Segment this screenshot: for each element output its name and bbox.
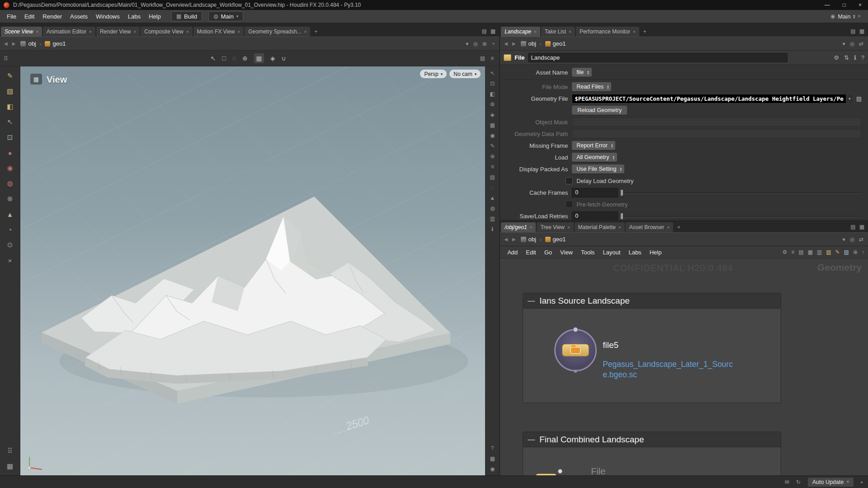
io-icon[interactable]: ⇄ (859, 41, 863, 47)
terrain-tool-icon[interactable]: ▲ (4, 208, 16, 220)
tab-close-icon[interactable]: × (530, 225, 533, 230)
path-dropdown-icon[interactable]: ▾ (842, 41, 845, 47)
net-menu-edit[interactable]: Edit (522, 249, 539, 256)
menu-assets[interactable]: Assets (66, 13, 92, 20)
clear-tool-icon[interactable]: × (4, 254, 16, 266)
network-box-title[interactable]: Ians Source Landscape (539, 296, 630, 306)
collapse-box-icon[interactable]: — (528, 436, 535, 443)
forward-icon[interactable]: ▶ (511, 42, 517, 46)
grid-snap-icon[interactable]: ▦ (254, 53, 264, 63)
pane-layout-icon[interactable]: ▦ (859, 28, 864, 34)
geometry-file-input[interactable]: $PEGASUSPROJECT/SourceContent/Pegasus/La… (572, 94, 846, 103)
network-box-title[interactable]: Final Combined Landscape (539, 435, 644, 445)
menu-file[interactable]: File (3, 13, 20, 20)
tab-close-icon[interactable]: × (133, 29, 136, 34)
point-snap-icon[interactable]: ◈ (270, 53, 275, 63)
lock-handle-tool-icon[interactable]: ⊡ (4, 131, 16, 143)
spin-down-icon[interactable]: ▾ (611, 145, 613, 148)
radial-spin-down-icon[interactable]: ▾ (853, 16, 855, 19)
io-icon[interactable]: ⇄ (859, 237, 863, 242)
layout-grid-tool-icon[interactable]: ▦ (4, 460, 16, 472)
menu-labs[interactable]: Labs (124, 13, 145, 20)
node-input-connector[interactable] (573, 327, 578, 332)
net-color-palette-icon[interactable]: ▧ (826, 249, 831, 255)
tab-asset-browser[interactable]: Asset Browser × (626, 222, 673, 232)
tab-composite-view[interactable]: Composite View × (141, 27, 192, 37)
pane-split-icon[interactable]: ▤ (850, 28, 855, 34)
view-info-icon[interactable]: ℹ (491, 226, 494, 232)
pane-layout-icon[interactable]: ▦ (491, 28, 495, 34)
slider-handle[interactable] (621, 190, 623, 196)
pane-layout-icon[interactable]: ▦ (859, 224, 864, 230)
net-menu-tools[interactable]: Tools (577, 249, 598, 256)
spin-down-icon[interactable]: ▾ (587, 72, 589, 75)
file5-node[interactable] (554, 329, 597, 371)
reload-geometry-button[interactable]: Reload Geometry (572, 106, 627, 115)
net-list-view-icon[interactable]: ▤ (798, 249, 803, 255)
close-button[interactable]: × (859, 2, 862, 8)
view-select-icon[interactable]: ↖ (490, 70, 495, 76)
wireframe-toggle-icon[interactable]: ▥ (490, 216, 495, 222)
camera-button[interactable]: No cam ▾ (449, 70, 481, 78)
constraint-tool-icon[interactable]: ⊙ (4, 239, 16, 251)
mirror-tool-icon[interactable]: ⊗ (4, 193, 16, 205)
tab-close-icon[interactable]: × (186, 29, 189, 34)
toolbar-menu-icon[interactable]: ≡ (491, 56, 494, 61)
file-history-caret-icon[interactable]: ▾ (846, 94, 854, 104)
node-name-label[interactable]: file5 (603, 340, 618, 350)
snapshot-tool-icon[interactable]: ⠿ (4, 445, 16, 457)
user-context-icon[interactable]: ◔ (491, 41, 495, 47)
minimize-button[interactable]: — (825, 2, 830, 8)
tab-landscape[interactable]: Landscape × (501, 27, 540, 37)
tab-material-palette[interactable]: Material Palette × (575, 222, 625, 232)
new-tab-button[interactable]: + (640, 27, 650, 37)
tab-close-icon[interactable]: × (567, 225, 570, 230)
menu-windows[interactable]: Windows (92, 13, 124, 20)
lasso-select-icon[interactable]: ◌ (232, 53, 236, 63)
network-canvas[interactable]: CONFIDENTIAL H20.0.484 Geometry — Ians S… (500, 258, 868, 476)
stowbar-grip-icon[interactable]: ⠿ (4, 56, 8, 61)
menu-help[interactable]: Help (145, 13, 165, 20)
shelf-set-button[interactable]: ▦ Build (171, 11, 202, 21)
back-icon[interactable]: ◀ (3, 42, 9, 46)
path-dropdown-icon[interactable]: ▾ (842, 237, 845, 242)
cache-frames-input[interactable]: 0 (572, 188, 618, 197)
back-icon[interactable]: ◀ (503, 42, 509, 46)
tab-close-icon[interactable]: × (633, 29, 636, 34)
net-menu-help[interactable]: Help (646, 249, 665, 256)
translate-handle-icon[interactable]: ⊕ (242, 53, 248, 63)
missing-frame-dropdown[interactable]: Report Error ▴▾ (572, 141, 615, 150)
fill-tool-icon[interactable]: ◧ (4, 101, 16, 113)
target-paint-tool-icon[interactable]: ◉ (4, 162, 16, 174)
display-normals-icon[interactable]: ▲ (490, 195, 495, 201)
new-tab-button[interactable]: + (311, 27, 321, 37)
tab-close-icon[interactable]: × (534, 29, 537, 34)
node-name-input[interactable]: Landscape (528, 53, 788, 62)
tab-take-list[interactable]: Take List × (541, 27, 575, 37)
spin-down-icon[interactable]: ▾ (620, 169, 622, 171)
net-image-bg-icon[interactable]: ▨ (844, 249, 849, 255)
viewport-grid-icon[interactable]: ▦ (490, 455, 495, 462)
viewport-camera-icon[interactable]: ◉ (490, 466, 495, 472)
tab-obj-geo1[interactable]: /obj/geo1 × (501, 222, 536, 232)
retries-slider[interactable] (620, 212, 862, 221)
viewport-menu-icon[interactable]: ≡ (491, 164, 494, 170)
pane-split-icon[interactable]: ▤ (850, 224, 855, 230)
lighting-toggle-icon[interactable]: ◉ (490, 132, 495, 139)
node-input-connector[interactable] (558, 469, 562, 474)
file-chooser-icon[interactable]: ▤ (856, 96, 862, 102)
network-box-source[interactable]: — Ians Source Landscape file5 Pegasus_La… (523, 293, 781, 403)
menu-render[interactable]: Render (38, 13, 66, 20)
snap-toggle-icon[interactable]: ◈ (491, 112, 495, 118)
scene-viewport[interactable]: 2500 ▦ View Persp ▾ No cam ▾ (20, 66, 485, 476)
grid-toggle-icon[interactable]: ▦ (490, 122, 495, 128)
select-tool-icon[interactable]: ↖ (4, 116, 16, 128)
split-view-icon[interactable]: ▤ (490, 174, 495, 180)
forward-icon[interactable]: ▶ (11, 42, 17, 46)
pose-tool-icon[interactable]: ◔ (4, 224, 16, 235)
forward-icon[interactable]: ▶ (511, 237, 517, 242)
tab-tree-view[interactable]: Tree View × (537, 222, 573, 232)
sculpt-tool-icon[interactable]: ▧ (4, 85, 16, 97)
net-settings-icon[interactable]: ⚙ (782, 249, 787, 255)
desktop-selector[interactable]: ◍ Main ▾ (208, 11, 243, 21)
